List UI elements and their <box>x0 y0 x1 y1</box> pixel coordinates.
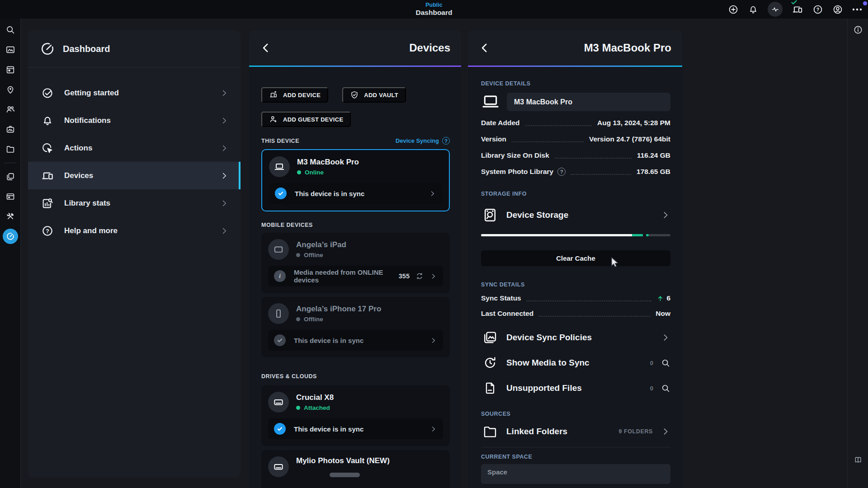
sidebar-item-help-and-more[interactable]: ? Help and more <box>28 217 241 244</box>
sync-status-text: This device is in sync <box>294 425 429 433</box>
detail-row-date-added: Date Added Aug 13, 2024, 5:28 PM <box>481 115 670 131</box>
device-syncing-link[interactable]: Device Syncing ? <box>396 137 450 145</box>
sidebar-item-getting-started[interactable]: Getting started <box>28 79 241 107</box>
sync-status-row[interactable]: This device is in sync <box>269 183 442 204</box>
cursor-click-icon <box>41 141 54 155</box>
chevron-right-icon <box>429 190 436 197</box>
dotted-leader <box>555 152 632 159</box>
clear-cache-button[interactable]: Clear Cache <box>481 250 670 266</box>
add-guest-device-label: ADD GUEST DEVICE <box>283 116 343 123</box>
unsupported-files-label: Unsupported Files <box>506 383 650 393</box>
add-guest-device-button[interactable]: ADD GUEST DEVICE <box>261 112 351 127</box>
storage-usage-bar <box>481 234 670 236</box>
sync-status-row[interactable]: This device is in sync <box>268 418 443 439</box>
device-name: Angela’s iPad <box>296 240 346 249</box>
device-sync-policies-row[interactable]: Device Sync Policies <box>481 325 670 350</box>
app-window: Public Dashboard ? <box>0 0 868 488</box>
detail-row-library-size: Library Size On Disk 116.24 GB <box>481 147 670 164</box>
linked-folders-badge: 9 FOLDERS <box>618 428 653 435</box>
info-icon[interactable] <box>853 25 863 35</box>
search-icon <box>661 358 670 368</box>
device-name: Crucial X8 <box>296 393 334 402</box>
guide-book-icon[interactable] <box>854 455 863 465</box>
device-card-crucial-x8[interactable]: Crucial X8 Attached This device is in sy… <box>261 385 450 446</box>
space-name-label: Public <box>416 2 453 8</box>
activity-icon[interactable] <box>768 2 783 17</box>
search-icon[interactable] <box>0 20 21 40</box>
upload-arrow-icon <box>657 295 664 302</box>
device-sync-status-icon[interactable] <box>792 4 803 15</box>
svg-text:?: ? <box>816 6 819 12</box>
sidebar-header: Dashboard <box>28 30 241 68</box>
sync-check-icon <box>274 334 286 346</box>
notifications-bell-icon[interactable] <box>748 4 759 15</box>
photos-icon[interactable] <box>0 40 21 60</box>
help-question-icon[interactable]: ? <box>557 168 566 176</box>
add-vault-button[interactable]: ADD VAULT <box>342 87 406 103</box>
folders-icon[interactable] <box>0 139 21 159</box>
unsupported-files-count: 0 <box>650 385 653 392</box>
duplicates-icon[interactable] <box>0 167 21 187</box>
media-needed-count: 355 <box>399 272 410 280</box>
device-sync-policies-label: Device Sync Policies <box>506 333 660 343</box>
add-device-button[interactable]: ADD DEVICE <box>261 87 328 103</box>
sidebar-item-label: Library stats <box>64 199 220 208</box>
devices-panel: Devices ADD DEVICE ADD VAULT ADD GUEST D… <box>249 30 461 488</box>
current-space-field[interactable]: Space <box>481 464 670 484</box>
show-media-to-sync-row[interactable]: Show Media to Sync 0 <box>481 350 670 375</box>
unsupported-files-row[interactable]: Unsupported Files 0 <box>481 375 670 401</box>
devices-panel-header: Devices <box>249 30 461 66</box>
dotted-leader <box>539 310 650 317</box>
add-plus-icon[interactable] <box>728 4 739 15</box>
back-icon[interactable] <box>479 42 491 54</box>
current-space-section-label: CURRENT SPACE <box>481 454 670 460</box>
sidebar-item-actions[interactable]: Actions <box>28 134 241 162</box>
map-icon[interactable] <box>0 80 21 99</box>
sources-section-label: SOURCES <box>481 411 670 417</box>
sync-pending-icon <box>415 272 424 280</box>
more-ellipsis-icon[interactable] <box>852 8 862 11</box>
show-media-count: 0 <box>650 360 653 366</box>
stats-chart-icon <box>41 197 54 210</box>
account-icon[interactable] <box>832 4 843 15</box>
albums-icon[interactable] <box>0 119 21 139</box>
device-details-section-label: DEVICE DETAILS <box>481 80 670 87</box>
device-storage-label: Device Storage <box>506 210 660 220</box>
linked-folders-row[interactable]: Linked Folders 9 FOLDERS <box>481 419 670 444</box>
folder-icon <box>481 423 499 440</box>
help-icon[interactable]: ? <box>812 4 823 15</box>
device-status: Offline <box>296 316 381 323</box>
back-icon[interactable] <box>260 42 272 54</box>
device-card-m3-macbook-pro[interactable]: M3 MacBook Pro Online This device is in … <box>261 149 450 211</box>
sync-check-icon <box>275 188 287 199</box>
last-connected-row: Last Connected Now <box>481 306 670 321</box>
tools-icon[interactable] <box>0 206 21 226</box>
dotted-leader <box>571 169 631 175</box>
device-name: M3 MacBook Pro <box>297 158 359 167</box>
dotted-leader <box>527 295 652 301</box>
search-icon <box>661 384 670 393</box>
device-name: Mylio Photos Vault (NEW) <box>296 456 390 465</box>
device-card-mylio-photos-vault[interactable]: Mylio Photos Vault (NEW) <box>261 450 450 488</box>
dashboard-icon-active[interactable] <box>0 226 21 246</box>
sync-status-row[interactable]: This device is in sync <box>268 330 443 351</box>
layout-icon[interactable] <box>0 187 21 206</box>
sidebar-item-devices[interactable]: Devices <box>28 162 241 189</box>
device-name-input[interactable]: M3 MacBook Pro <box>507 93 670 111</box>
calendar-icon[interactable] <box>0 60 21 80</box>
sidebar-item-label: Actions <box>64 144 220 153</box>
detail-panel-header: M3 MacBook Pro <box>468 30 682 66</box>
dotted-leader <box>525 120 592 126</box>
section-divider <box>481 447 670 447</box>
sidebar-item-notifications[interactable]: Notifications <box>28 107 241 134</box>
chevron-right-icon <box>220 171 229 180</box>
chevron-right-icon <box>220 226 229 235</box>
media-needed-row[interactable]: i Media needed from ONLINE devices 355 <box>268 266 443 286</box>
device-card-angelas-iphone[interactable]: Angela’s iPhone 17 Pro Offline This devi… <box>261 297 450 357</box>
sidebar-item-library-stats[interactable]: Library stats <box>28 189 241 217</box>
device-storage-row[interactable]: Device Storage <box>481 203 670 227</box>
drive-icon <box>268 392 289 413</box>
people-icon[interactable] <box>0 99 21 119</box>
device-card-angelas-ipad[interactable]: Angela’s iPad Offline i Media needed fro… <box>261 233 450 293</box>
info-icon: i <box>274 270 286 282</box>
